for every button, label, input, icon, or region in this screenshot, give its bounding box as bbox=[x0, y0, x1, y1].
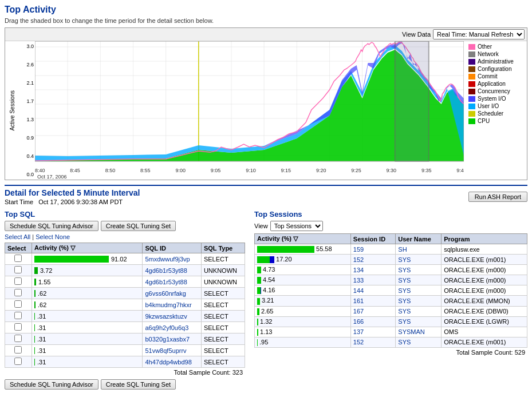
view-data-label: View Data bbox=[402, 31, 431, 38]
sql-row-checkbox[interactable] bbox=[14, 335, 22, 342]
table-row: .3151vw8qf5uprrvSELECT bbox=[5, 345, 245, 356]
start-time-label: Start Time bbox=[5, 198, 33, 205]
user-name-link[interactable]: SYS bbox=[398, 277, 411, 284]
sql-row-checkbox[interactable] bbox=[14, 358, 22, 365]
col-session-id: Session ID bbox=[350, 234, 395, 244]
sql-row-checkbox[interactable] bbox=[14, 255, 22, 262]
table-row: .31a6q9h2yf0u6q3SELECT bbox=[5, 322, 245, 333]
create-sql-tuning-set-button2[interactable]: Create SQL Tuning Set bbox=[101, 379, 176, 390]
col-sql-type: SQL Type bbox=[201, 243, 245, 253]
schedule-sql-tuning-button[interactable]: Schedule SQL Tuning Advisor bbox=[5, 221, 98, 231]
top-sessions-view-select[interactable]: Top Sessions Top Services Top Modules bbox=[270, 221, 323, 231]
create-sql-tuning-set-button[interactable]: Create SQL Tuning Set bbox=[101, 221, 176, 231]
sql-id-link[interactable]: 4gd6b1r53yt88 bbox=[145, 279, 187, 285]
sql-id-link[interactable]: 9kzwsazsktuzv bbox=[145, 313, 187, 320]
x-axis-date: Oct 17, 2006 bbox=[35, 174, 464, 180]
col-sql-id: SQL ID bbox=[143, 243, 201, 253]
table-row: 55.58159SHsqlplusw.exe bbox=[255, 244, 527, 255]
sql-row-checkbox[interactable] bbox=[14, 312, 22, 319]
sql-id-link[interactable]: b4kmudmg7hkxr bbox=[145, 301, 191, 308]
schedule-sql-tuning-button2[interactable]: Schedule SQL Tuning Advisor bbox=[5, 379, 98, 390]
page-subtitle: Drag the shaded box to change the time p… bbox=[5, 17, 527, 24]
col-activity[interactable]: Activity (%) ▽ bbox=[31, 243, 142, 253]
table-row: .62b4kmudmg7hkxrSELECT bbox=[5, 299, 245, 311]
sql-id-link[interactable]: a6q9h2yf0u6q3 bbox=[145, 324, 188, 331]
table-row: .319kzwsazsktuzvSELECT bbox=[5, 311, 245, 322]
detail-section: Detail for Selected 5 Minute Interval St… bbox=[5, 185, 527, 205]
sql-id-link[interactable]: 4gd6b1r53yt88 bbox=[145, 267, 187, 274]
table-row: 1.554gd6b1r53yt88UNKNOWN bbox=[5, 276, 245, 288]
sql-row-checkbox[interactable] bbox=[14, 300, 22, 308]
table-row: 1.32166SYSORACLE.EXE (LGWR) bbox=[255, 316, 527, 327]
top-sql-title: Top SQL bbox=[5, 210, 245, 219]
sql-id-link[interactable]: g6vss60nrfakg bbox=[145, 290, 186, 297]
activity-chart[interactable] bbox=[35, 41, 464, 167]
select-all-link[interactable]: Select All bbox=[5, 233, 30, 240]
sessions-total-count: Total Sample Count: 529 bbox=[254, 348, 527, 357]
sql-row-checkbox[interactable] bbox=[14, 346, 22, 354]
sql-id-link[interactable]: 51vw8qf5uprrv bbox=[145, 347, 186, 354]
sql-row-checkbox[interactable] bbox=[14, 323, 22, 331]
run-ash-button[interactable]: Run ASH Report bbox=[468, 192, 527, 202]
sql-id-link[interactable]: 5mxdwwuf9j3vp bbox=[145, 256, 190, 263]
table-row: 91.025mxdwwuf9j3vpSELECT bbox=[5, 253, 245, 265]
detail-row: Top SQL Schedule SQL Tuning Advisor Crea… bbox=[5, 210, 527, 392]
col-user-name: User Name bbox=[396, 234, 442, 244]
sql-total-count: Total Sample Count: 323 bbox=[5, 368, 245, 377]
session-id-link[interactable]: 133 bbox=[353, 277, 364, 284]
user-name-link[interactable]: SYS bbox=[398, 318, 411, 325]
table-row: .62g6vss60nrfakgSELECT bbox=[5, 288, 245, 299]
view-data-select[interactable]: Real Time: Manual Refresh Last 1 Hour La… bbox=[433, 29, 525, 39]
sql-row-checkbox[interactable] bbox=[14, 289, 22, 296]
session-id-link[interactable]: 161 bbox=[353, 297, 364, 304]
chart-area: View Data Real Time: Manual Refresh Last… bbox=[5, 27, 527, 180]
session-id-link[interactable]: 166 bbox=[353, 318, 364, 325]
table-row: .95152SYSORACLE.EXE (m001) bbox=[255, 337, 527, 347]
table-row: 17.20152SYSORACLE.EXE (m001) bbox=[255, 255, 527, 265]
top-sql-panel: Top SQL Schedule SQL Tuning Advisor Crea… bbox=[5, 210, 245, 392]
table-row: .31b0320g1xasbx7SELECT bbox=[5, 333, 245, 345]
sql-id-link[interactable]: 4h47ddp4wbd98 bbox=[145, 359, 191, 366]
user-name-link[interactable]: SH bbox=[398, 246, 407, 253]
top-sessions-title: Top Sessions bbox=[254, 210, 527, 219]
user-name-link[interactable]: SYS bbox=[398, 287, 411, 294]
session-id-link[interactable]: 152 bbox=[353, 256, 364, 263]
user-name-link[interactable]: SYS bbox=[398, 297, 411, 304]
user-name-link[interactable]: SYS bbox=[398, 339, 411, 346]
session-id-link[interactable]: 137 bbox=[353, 328, 364, 335]
user-name-link[interactable]: SYSMAN bbox=[398, 328, 424, 335]
sql-row-checkbox[interactable] bbox=[14, 266, 22, 273]
page-title: Top Activity bbox=[5, 5, 527, 15]
session-id-link[interactable]: 167 bbox=[353, 308, 364, 315]
col-select: Select bbox=[5, 243, 32, 253]
table-row: .314h47ddp4wbd98SELECT bbox=[5, 356, 245, 368]
view-label: View bbox=[254, 223, 268, 229]
col-program: Program bbox=[442, 234, 527, 244]
detail-title: Detail for Selected 5 Minute Interval bbox=[5, 188, 140, 197]
user-name-link[interactable]: SYS bbox=[398, 256, 411, 263]
session-id-link[interactable]: 159 bbox=[353, 246, 364, 253]
session-id-link[interactable]: 134 bbox=[353, 267, 364, 273]
user-name-link[interactable]: SYS bbox=[398, 267, 411, 273]
sessions-table: Activity (%) ▽ Session ID User Name Prog… bbox=[254, 233, 527, 348]
top-sessions-panel: Top Sessions View Top Sessions Top Servi… bbox=[254, 210, 527, 392]
table-row: 4.54133SYSORACLE.EXE (m000) bbox=[255, 275, 527, 285]
table-row: 4.16144SYSORACLE.EXE (m000) bbox=[255, 285, 527, 296]
table-row: 3.724gd6b1r53yt88UNKNOWN bbox=[5, 265, 245, 276]
svg-rect-24 bbox=[395, 41, 429, 161]
table-row: 2.65167SYSORACLE.EXE (DBW0) bbox=[255, 306, 527, 316]
y-axis-label: Active Sessions bbox=[6, 88, 18, 133]
table-row: 3.21161SYSORACLE.EXE (MMON) bbox=[255, 296, 527, 306]
table-row: 4.73134SYSORACLE.EXE (m000) bbox=[255, 265, 527, 275]
user-name-link[interactable]: SYS bbox=[398, 308, 411, 315]
start-time-value: Oct 17, 2006 9:30:38 AM PDT bbox=[38, 198, 123, 205]
sql-table: Select Activity (%) ▽ SQL ID SQL Type 91… bbox=[5, 243, 245, 368]
session-id-link[interactable]: 144 bbox=[353, 287, 364, 294]
table-row: 1.13137SYSMANOMS bbox=[255, 327, 527, 337]
select-none-link[interactable]: Select None bbox=[36, 233, 70, 240]
sql-id-link[interactable]: b0320g1xasbx7 bbox=[145, 336, 190, 343]
col-session-activity[interactable]: Activity (%) ▽ bbox=[255, 234, 351, 244]
sql-row-checkbox[interactable] bbox=[14, 277, 22, 285]
session-id-link[interactable]: 152 bbox=[353, 339, 364, 346]
chart-legend: Other Network Administrative Configurati… bbox=[464, 41, 527, 180]
